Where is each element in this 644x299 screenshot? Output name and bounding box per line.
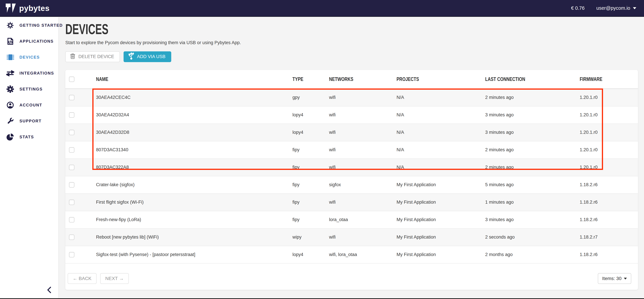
column-header-firmware: FIRMWARE	[580, 76, 638, 82]
column-header-networks: NETWORKS	[329, 76, 396, 82]
row-checkbox[interactable]	[69, 130, 74, 135]
cell-device-name: 30AEA42CEC4C	[96, 95, 292, 100]
add-via-usb-button[interactable]: ADD VIA USB	[124, 51, 171, 62]
pie-chart-icon	[6, 133, 14, 141]
table-row[interactable]: Crater-lake (sigfox) fipy sigfox My Firs…	[65, 176, 638, 194]
cell-last-connection: 5 minutes ago	[485, 182, 580, 187]
sidebar-item-support[interactable]: SUPPORT	[0, 113, 58, 129]
table-row[interactable]: 807D3AC31340 fipy wifi N/A 2 minutes ago…	[65, 141, 638, 159]
cell-device-name: 807D3AC31340	[96, 147, 292, 152]
cell-device-type: lopy4	[292, 252, 329, 257]
table-row[interactable]: Sigfox-test (with Pysense) - [pastoor pe…	[65, 246, 638, 264]
cell-networks: wifi	[329, 200, 396, 205]
cell-networks: wifi	[329, 130, 396, 135]
cell-device-name: Crater-lake (sigfox)	[96, 182, 292, 187]
sidebar-item-label: SETTINGS	[20, 87, 43, 92]
row-checkbox[interactable]	[69, 147, 74, 152]
cell-networks: wifi	[329, 234, 396, 240]
row-checkbox[interactable]	[69, 217, 74, 222]
user-menu[interactable]: user@pycom.io	[596, 5, 636, 11]
row-checkbox[interactable]	[69, 234, 74, 240]
cell-device-type: fipy	[292, 182, 329, 187]
table-row[interactable]: Reboot [new pybytes lib] (WiFi) wipy wif…	[65, 229, 638, 246]
code-document-icon	[6, 37, 14, 46]
cell-firmware: 1.18.2.r6	[580, 252, 638, 257]
cell-firmware: 1.18.2.r7	[580, 234, 638, 240]
sidebar-item-label: ACCOUNT	[20, 103, 42, 108]
table-body: 30AEA42CEC4C gpy wifi N/A 2 minutes ago …	[65, 89, 638, 264]
row-checkbox[interactable]	[69, 252, 74, 257]
row-checkbox[interactable]	[69, 200, 74, 205]
chip-icon	[6, 53, 14, 62]
usb-icon	[128, 52, 135, 61]
cell-device-name: 30AEA42D32A4	[96, 112, 292, 118]
add-via-usb-label: ADD VIA USB	[137, 54, 166, 59]
cell-device-name: Fresh-new-fipy (LoRa)	[96, 217, 292, 222]
table-row[interactable]: 807D3AC322A8 fipy wifi N/A 2 minutes ago…	[65, 159, 638, 176]
cell-last-connection: 2 seconds ago	[485, 234, 580, 240]
cell-firmware: 1.20.1.r0	[580, 95, 638, 100]
row-checkbox[interactable]	[69, 112, 74, 118]
cell-last-connection: 2 months ago	[485, 252, 580, 257]
next-button[interactable]: NEXT →	[100, 273, 129, 284]
sidebar-item-applications[interactable]: APPLICATIONS	[0, 33, 58, 49]
delete-device-label: DELETE DEVICE	[78, 54, 114, 59]
back-button[interactable]: ← BACK	[68, 273, 96, 284]
select-all-checkbox[interactable]	[69, 76, 74, 82]
sidebar-item-label: GETTING STARTED	[20, 23, 63, 28]
cell-networks: wifi	[329, 165, 396, 170]
cell-firmware: 1.18.2.r6	[580, 182, 638, 187]
cell-projects: N/A	[396, 95, 485, 100]
sidebar-item-stats[interactable]: STATS	[0, 129, 58, 145]
cell-projects: My First Application	[396, 182, 485, 187]
sidebar-item-account[interactable]: ACCOUNT	[0, 97, 58, 113]
row-checkbox[interactable]	[69, 165, 74, 170]
table-row[interactable]: 30AEA42D32A4 lopy4 wifi N/A 3 minutes ag…	[65, 106, 638, 124]
row-checkbox[interactable]	[69, 95, 74, 100]
cell-last-connection: 2 minutes ago	[485, 147, 580, 152]
cell-networks: wifi	[329, 112, 396, 118]
cell-projects: N/A	[396, 112, 485, 118]
pybytes-logo[interactable]: pybytes	[6, 4, 50, 13]
cell-device-type: fipy	[292, 165, 329, 170]
cell-device-name: 807D3AC322A8	[96, 165, 292, 170]
sidebar-item-settings[interactable]: SETTINGS	[0, 81, 58, 97]
table-row[interactable]: First flight sigfox (Wi-Fi) fipy wifi My…	[65, 194, 638, 211]
cell-firmware: 1.20.1.r0	[580, 112, 638, 118]
cell-last-connection: 2 minutes ago	[485, 95, 580, 100]
table-row[interactable]: 30AEA42CEC4C gpy wifi N/A 2 minutes ago …	[65, 89, 638, 106]
cell-device-type: fipy	[292, 200, 329, 205]
user-icon	[6, 101, 14, 109]
sidebar-item-integrations[interactable]: INTEGRATIONS	[0, 65, 58, 81]
cell-device-name: 30AEA42D32D8	[96, 130, 292, 135]
cell-last-connection: 3 minutes ago	[485, 130, 580, 135]
user-email: user@pycom.io	[596, 5, 630, 11]
page-subtitle: Start to explore the Pycom devices by pr…	[65, 40, 638, 45]
pagination: ← BACK NEXT → Items: 30	[65, 264, 638, 294]
sidebar-item-devices[interactable]: DEVICES	[0, 49, 58, 65]
delete-device-button[interactable]: DELETE DEVICE	[65, 51, 120, 62]
table-row[interactable]: Fresh-new-fipy (LoRa) fipy lora_otaa My …	[65, 211, 638, 229]
cell-last-connection: 3 minutes ago	[485, 112, 580, 118]
cell-firmware: 1.18.2.r6	[580, 200, 638, 205]
sun-icon	[6, 21, 14, 30]
items-per-page-dropdown[interactable]: Items: 30	[598, 273, 631, 284]
cell-projects: My First Application	[396, 234, 485, 240]
cell-last-connection: 1 minutes ago	[485, 200, 580, 205]
table-row[interactable]: 30AEA42D32D8 lopy4 wifi N/A 3 minutes ag…	[65, 124, 638, 141]
page-title: DEVICES	[65, 22, 454, 36]
sidebar-item-getting-started[interactable]: GETTING STARTED	[0, 17, 58, 33]
row-checkbox[interactable]	[69, 182, 74, 188]
collapse-sidebar-icon[interactable]	[45, 286, 53, 294]
chevron-down-icon	[633, 7, 636, 9]
cell-networks: wifi	[329, 95, 396, 100]
topbar-right: € 0.76 user@pycom.io	[571, 5, 636, 11]
arrows-exchange-icon	[6, 69, 14, 78]
cell-projects: N/A	[396, 130, 485, 135]
logo-text: pybytes	[19, 4, 50, 12]
table-header: NAME TYPE NETWORKS PROJECTS LAST CONNECT…	[65, 70, 638, 89]
window-bottom-edge	[0, 298, 644, 299]
sidebar-item-label: INTEGRATIONS	[20, 71, 54, 76]
cell-projects: N/A	[396, 165, 485, 170]
account-balance: € 0.76	[571, 5, 584, 11]
